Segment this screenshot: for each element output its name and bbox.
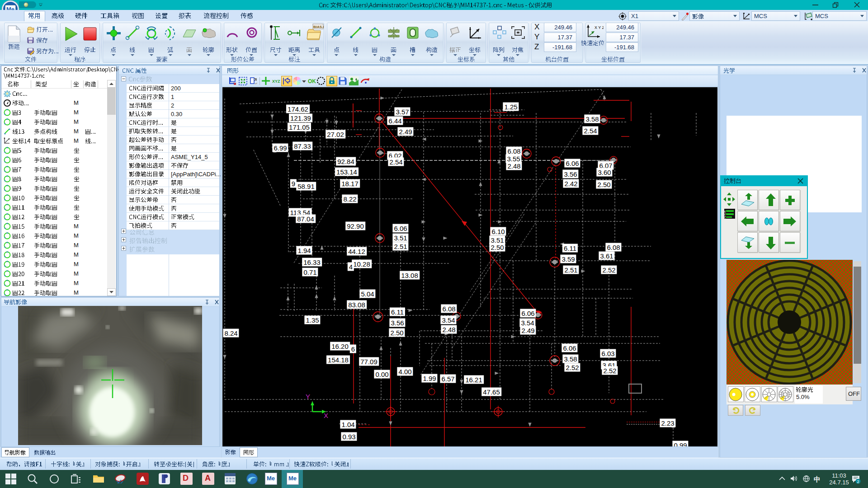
svg-text:Z: Z xyxy=(724,216,726,219)
svg-text:BIAS.ini: BIAS.ini xyxy=(313,25,324,29)
svg-text:2: 2 xyxy=(857,479,859,484)
svg-text:X Y Z: X Y Z xyxy=(594,25,604,30)
